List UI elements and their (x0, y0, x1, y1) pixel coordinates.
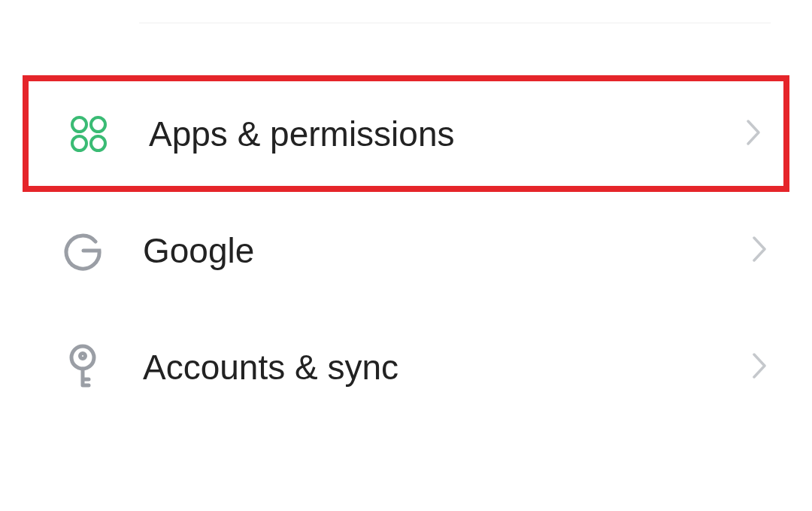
settings-item-label: Google (143, 230, 752, 271)
settings-item-label: Apps & permissions (149, 114, 746, 154)
settings-item-apps-permissions[interactable]: Apps & permissions (23, 75, 789, 192)
settings-item-label: Accounts & sync (143, 347, 752, 388)
google-icon (60, 228, 105, 273)
apps-icon (66, 111, 111, 157)
settings-item-accounts-sync[interactable]: Accounts & sync (23, 309, 789, 425)
settings-list: Apps & permissions Google (23, 75, 789, 425)
section-divider (139, 23, 771, 23)
chevron-right-icon (752, 352, 767, 382)
chevron-right-icon (752, 236, 767, 266)
svg-rect-0 (72, 117, 86, 132)
svg-rect-2 (72, 136, 86, 151)
svg-rect-1 (91, 117, 105, 132)
key-icon (60, 345, 105, 390)
settings-item-google[interactable]: Google (23, 192, 789, 309)
svg-point-5 (80, 353, 86, 358)
chevron-right-icon (746, 119, 761, 149)
svg-rect-3 (91, 136, 105, 151)
